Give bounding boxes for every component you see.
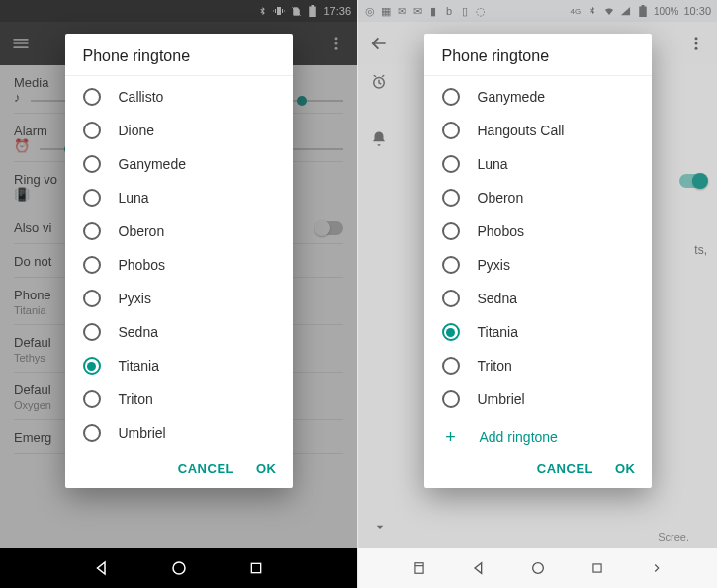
radio-icon — [442, 390, 460, 408]
ringtone-option-label: Umbriel — [478, 391, 525, 407]
radio-icon — [442, 323, 460, 341]
ringtone-option-label: Triton — [478, 358, 512, 374]
radio-icon — [83, 323, 101, 341]
nav-drawer-icon[interactable] — [409, 558, 429, 578]
svg-rect-9 — [414, 563, 422, 574]
ringtone-dialog: Phone ringtone GanymedeHangouts CallLuna… — [424, 34, 652, 488]
add-ringtone-label: Add ringtone — [480, 429, 558, 445]
ringtone-option-label: Phobos — [119, 257, 165, 273]
ringtone-option-label: Dione — [119, 123, 155, 138]
dialog-actions: CANCEL OK — [65, 454, 293, 488]
phone-left: 17:36 Media ♪ Alarm ⏰ Ring vo — [0, 0, 358, 588]
svg-rect-11 — [592, 564, 600, 572]
ok-button[interactable]: OK — [256, 462, 277, 476]
ringtone-option[interactable]: Triton — [65, 382, 293, 416]
ringtone-option-label: Phobos — [478, 223, 524, 239]
radio-icon — [83, 189, 101, 207]
ringtone-option-list: CallistoDioneGanymedeLunaOberonPhobosPyx… — [65, 76, 293, 454]
ringtone-dialog: Phone ringtone CallistoDioneGanymedeLuna… — [65, 34, 293, 488]
dialog-title: Phone ringtone — [424, 34, 652, 76]
radio-icon — [442, 222, 460, 240]
ringtone-option-list: GanymedeHangouts CallLunaOberonPhobosPyx… — [424, 76, 652, 420]
ringtone-option[interactable]: Oberon — [424, 181, 652, 214]
nav-bar — [358, 548, 717, 588]
nav-recents-icon[interactable] — [246, 558, 266, 578]
ringtone-option[interactable]: Ganymede — [424, 80, 652, 114]
ringtone-option[interactable]: Luna — [424, 147, 652, 181]
svg-point-10 — [532, 563, 543, 574]
ringtone-option-label: Sedna — [478, 291, 517, 306]
phone-right: ◎ ▦ ✉ ✉ ▮ b ▯ ◌ 4G 100% 10:30 — [358, 0, 717, 588]
radio-icon — [83, 424, 101, 442]
ringtone-option-label: Pyxis — [478, 257, 510, 273]
ringtone-option-label: Luna — [119, 190, 149, 206]
ringtone-option-label: Sedna — [119, 324, 158, 340]
ringtone-option[interactable]: Triton — [424, 349, 652, 382]
radio-icon — [83, 222, 101, 240]
ringtone-option[interactable]: Sedna — [424, 282, 652, 315]
ringtone-option-label: Ganymede — [478, 89, 545, 105]
add-ringtone-button[interactable]: + Add ringtone — [424, 420, 652, 454]
ringtone-option-label: Titania — [478, 324, 519, 340]
radio-icon — [83, 390, 101, 408]
svg-rect-4 — [251, 563, 260, 572]
radio-icon — [83, 256, 101, 274]
radio-icon — [83, 290, 101, 307]
ringtone-option[interactable]: Phobos — [424, 214, 652, 248]
radio-icon — [442, 189, 460, 207]
ringtone-option-label: Titania — [119, 358, 160, 374]
radio-icon — [442, 122, 460, 139]
ringtone-option[interactable]: Luna — [65, 181, 293, 214]
radio-icon — [83, 122, 101, 139]
ringtone-option[interactable]: Sedna — [65, 315, 293, 349]
ringtone-option[interactable]: Ganymede — [65, 147, 293, 181]
radio-icon — [442, 88, 460, 106]
radio-icon — [442, 290, 460, 307]
ringtone-option[interactable]: Hangouts Call — [424, 114, 652, 147]
ringtone-option[interactable]: Oberon — [65, 214, 293, 248]
ringtone-option-label: Luna — [478, 156, 508, 172]
ringtone-option-label: Umbriel — [119, 425, 166, 441]
cancel-button[interactable]: CANCEL — [178, 462, 234, 476]
radio-icon — [442, 155, 460, 173]
ringtone-option[interactable]: Titania — [424, 315, 652, 349]
ringtone-option[interactable]: Titania — [65, 349, 293, 382]
ringtone-option[interactable]: Phobos — [65, 248, 293, 282]
radio-icon — [442, 357, 460, 375]
ringtone-option-label: Callisto — [119, 89, 164, 105]
nav-forward-icon[interactable] — [647, 558, 667, 578]
ringtone-option[interactable]: Callisto — [65, 80, 293, 114]
nav-home-icon[interactable] — [169, 558, 189, 578]
nav-bar — [0, 548, 357, 588]
ringtone-option-label: Hangouts Call — [478, 123, 565, 138]
ringtone-option-label: Ganymede — [119, 156, 186, 172]
svg-point-3 — [173, 562, 185, 574]
radio-icon — [83, 88, 101, 106]
radio-icon — [83, 155, 101, 173]
radio-icon — [83, 357, 101, 375]
cancel-button[interactable]: CANCEL — [537, 462, 593, 476]
dialog-title: Phone ringtone — [65, 34, 293, 76]
nav-back-icon[interactable] — [469, 558, 489, 578]
ringtone-option[interactable]: Pyxis — [424, 248, 652, 282]
radio-icon — [442, 256, 460, 274]
ringtone-option-label: Triton — [119, 391, 153, 407]
ringtone-option[interactable]: Umbriel — [424, 382, 652, 416]
dialog-actions: CANCEL OK — [424, 454, 652, 488]
ringtone-option-label: Oberon — [119, 223, 165, 239]
ok-button[interactable]: OK — [615, 462, 636, 476]
plus-icon: + — [442, 428, 460, 446]
ringtone-option-label: Oberon — [478, 190, 524, 206]
nav-home-icon[interactable] — [528, 558, 548, 578]
ringtone-option[interactable]: Umbriel — [65, 416, 293, 450]
ringtone-option-label: Pyxis — [119, 291, 151, 306]
ringtone-option[interactable]: Dione — [65, 114, 293, 147]
nav-recents-icon[interactable] — [587, 558, 607, 578]
ringtone-option[interactable]: Pyxis — [65, 282, 293, 315]
nav-back-icon[interactable] — [92, 558, 112, 578]
